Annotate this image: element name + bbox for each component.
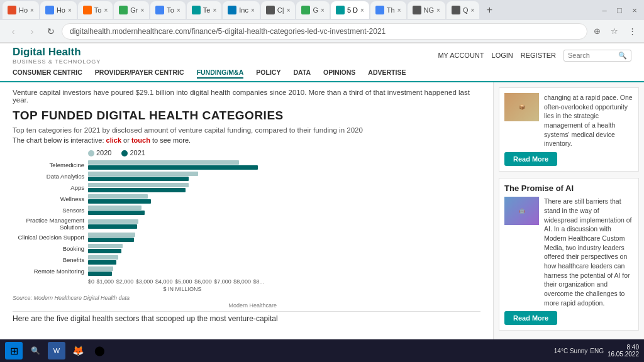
sidebar-card-2-read-more[interactable]: Read More	[504, 311, 557, 325]
my-account-link[interactable]: MY ACCOUNT	[438, 52, 484, 59]
chart-bar-label: Telemedicine	[13, 162, 88, 168]
bar-2020	[88, 244, 123, 248]
taskbar-firefox[interactable]: 🦊	[69, 342, 87, 359]
taskbar-word[interactable]: W	[48, 342, 65, 359]
sidebar-card-1-image: 📦	[504, 93, 539, 121]
new-tab-button[interactable]: +	[480, 1, 498, 19]
close-button[interactable]: ×	[628, 3, 641, 17]
sidebar-card-1-read-more[interactable]: Read More	[504, 152, 557, 166]
xaxis-label: $8,000	[233, 278, 251, 285]
chart-attribution: Modern Healthcare	[13, 302, 277, 309]
chart-bars-group	[88, 194, 151, 204]
main-content: Digital Health Business & Technology MY …	[0, 43, 644, 362]
tab-th[interactable]: Th×	[370, 1, 406, 19]
site-nav-menu: CONSUMER CENTRIC PROVIDER/PAYER CENTRIC …	[13, 67, 631, 81]
tab-ng[interactable]: NG×	[408, 1, 445, 19]
tab-ho-2[interactable]: Ho×	[40, 1, 77, 19]
search-icon[interactable]: 🔍	[618, 52, 627, 60]
extensions-icon[interactable]: ⊕	[590, 25, 604, 38]
taskbar-right: 14°C Sunny ENG 8:40 16.05.2022	[554, 344, 639, 358]
clock-time: 8:40	[608, 344, 639, 351]
tab-ho-1[interactable]: Ho×	[3, 1, 39, 19]
chart-bar-row[interactable]: Sensors	[13, 206, 277, 215]
refresh-button[interactable]: ↻	[43, 23, 59, 40]
bar-2021	[88, 249, 121, 253]
settings-icon[interactable]: ⋮	[625, 25, 639, 38]
chart-bar-row[interactable]: Data Analytics	[13, 172, 277, 181]
chart-xlabel: $ IN MILLIONS	[88, 286, 277, 292]
nav-data[interactable]: DATA	[293, 67, 311, 79]
chart-bar-label: Practice Management Solutions	[13, 217, 88, 231]
sidebar-card-1-text: changing at a rapid pace. One often-over…	[544, 93, 633, 148]
xaxis-label: $1,000	[97, 278, 114, 285]
xaxis-label: $5,000	[175, 278, 192, 285]
header-right: MY ACCOUNT LOGIN REGISTER 🔍	[438, 50, 631, 62]
chart-bars-group	[88, 266, 113, 276]
maximize-button[interactable]: □	[613, 3, 626, 17]
tab-inc[interactable]: Inc×	[223, 1, 260, 19]
forward-button[interactable]: ›	[24, 23, 40, 40]
nav-policy[interactable]: POLICY	[256, 67, 280, 79]
tab-q[interactable]: Q×	[447, 1, 479, 19]
site-header-top: Digital Health Business & Technology MY …	[13, 46, 631, 65]
login-link[interactable]: LOGIN	[492, 52, 513, 59]
article-intro: Venture capital investors have poured $2…	[13, 89, 480, 104]
tab-g[interactable]: G×	[296, 1, 329, 19]
chart-bar-row[interactable]: Wellness	[13, 194, 277, 204]
chart-bar-label: Benefits	[13, 256, 88, 263]
header-search-input[interactable]	[568, 52, 618, 59]
chart-bar-row[interactable]: Practice Management Solutions	[13, 217, 277, 231]
chart-container: 2020 2021 TelemedicineData AnalyticsApps…	[13, 149, 277, 309]
tab-to-1[interactable]: To×	[78, 1, 113, 19]
chart-xaxis: $0$1,000$2,000$3,000$4,000$5,000$6,000$7…	[88, 278, 264, 285]
chart-bars-group	[88, 183, 189, 192]
bar-2021	[88, 211, 145, 215]
chart-bar-row[interactable]: Telemedicine	[13, 160, 277, 170]
chart-bar-row[interactable]: Remote Monitoring	[13, 266, 277, 276]
chart-bar-row[interactable]: Apps	[13, 183, 277, 192]
section-title: TOP FUNDED DIGITAL HEALTH CATEGORIES	[13, 109, 480, 123]
header-search-box[interactable]: 🔍	[564, 50, 631, 62]
tab-gr[interactable]: Gr×	[114, 1, 149, 19]
minimize-button[interactable]: –	[597, 3, 611, 17]
system-tray: 14°C Sunny ENG	[554, 348, 604, 354]
taskbar-chrome[interactable]: ⬤	[91, 342, 108, 359]
bar-2020	[88, 160, 239, 165]
section-subtitle: Top ten categories for 2021 by disclosed…	[13, 126, 480, 134]
interactive-note2: to see more.	[152, 136, 191, 144]
sidebar-card-2-title: The Promise of AI	[504, 184, 633, 193]
article-sidebar: 📦 changing at a rapid pace. One often-ov…	[493, 82, 644, 362]
start-button[interactable]: ⊞	[5, 342, 23, 359]
nav-provider-payer[interactable]: PROVIDER/PAYER CENTRIC	[95, 67, 184, 79]
click-label: click	[106, 136, 121, 144]
chart-bar-row[interactable]: Booking	[13, 244, 277, 253]
bookmark-icon[interactable]: ☆	[608, 25, 621, 38]
bar-2020	[88, 219, 138, 224]
taskbar-search[interactable]: 🔍	[26, 342, 44, 359]
nav-opinions[interactable]: OPINIONS	[323, 67, 355, 79]
chart-bars: TelemedicineData AnalyticsAppsWellnessSe…	[13, 160, 277, 276]
register-link[interactable]: REGISTER	[521, 52, 556, 59]
tab-5d-active[interactable]: 5 D×	[331, 1, 369, 19]
bar-2020	[88, 183, 189, 187]
chart-bar-row[interactable]: Benefits	[13, 255, 277, 265]
nav-funding-ma[interactable]: FUNDING/M&A	[197, 67, 244, 79]
address-bar[interactable]: digitalhealth.modernhealthcare.com/finan…	[62, 23, 587, 40]
touch-label: touch	[131, 136, 150, 144]
bar-2020	[88, 194, 148, 199]
bar-2020	[88, 206, 142, 210]
url-text: digitalhealth.modernhealthcare.com/finan…	[70, 27, 386, 36]
nav-advertise[interactable]: ADVERTISE	[368, 67, 406, 79]
interactive-note: The chart below is interactive: click or…	[13, 136, 480, 144]
back-button[interactable]: ‹	[5, 23, 21, 40]
nav-consumer-centric[interactable]: CONSUMER CENTRIC	[13, 67, 82, 79]
browser-chrome: Ho× Ho× To× Gr× To× Te× Inc× C|× G× 5 D×…	[0, 0, 644, 43]
chart-bar-row[interactable]: Clinical Decision Support	[13, 233, 277, 242]
bar-2021	[88, 272, 112, 276]
interactive-note-text: The chart below is interactive:	[13, 136, 104, 144]
tab-c[interactable]: C|×	[261, 1, 296, 19]
logo-sub: Business & Technology	[13, 58, 101, 65]
tab-te[interactable]: Te×	[187, 1, 221, 19]
bar-2021	[88, 238, 134, 242]
tab-to-2[interactable]: To×	[150, 1, 185, 19]
